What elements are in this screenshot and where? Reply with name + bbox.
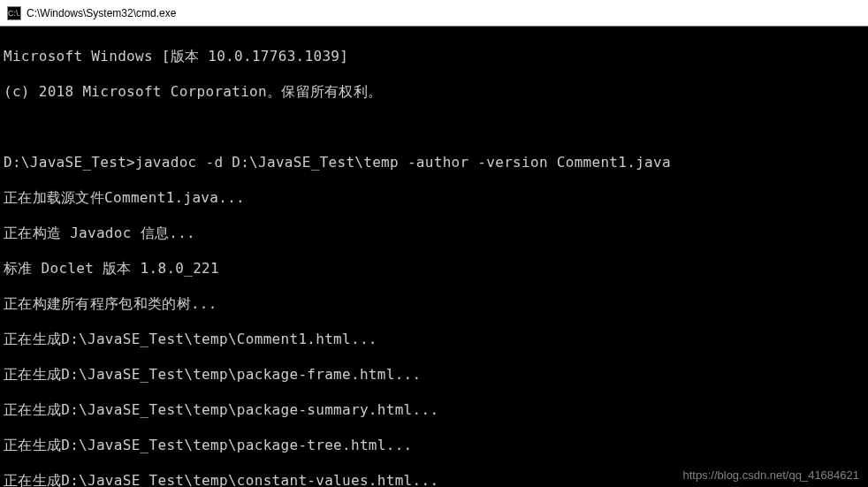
- terminal-line: D:\JavaSE_Test>javadoc -d D:\JavaSE_Test…: [4, 154, 864, 171]
- cmd-icon: C:\.: [7, 6, 21, 20]
- watermark: https://blog.csdn.net/qq_41684621: [683, 468, 860, 482]
- window-title: C:\Windows\System32\cmd.exe: [27, 7, 176, 19]
- terminal-line: [4, 118, 864, 136]
- terminal-output[interactable]: Microsoft Windows [版本 10.0.17763.1039] (…: [0, 27, 868, 487]
- terminal-line: 正在生成D:\JavaSE_Test\temp\package-summary.…: [4, 401, 864, 419]
- terminal-line: Microsoft Windows [版本 10.0.17763.1039]: [4, 48, 864, 65]
- terminal-line: 正在构造 Javadoc 信息...: [4, 224, 864, 242]
- terminal-line: 正在生成D:\JavaSE_Test\temp\package-tree.htm…: [4, 437, 864, 454]
- terminal-line: 标准 Doclet 版本 1.8.0_221: [4, 260, 864, 278]
- terminal-line: 正在生成D:\JavaSE_Test\temp\package-frame.ht…: [4, 366, 864, 384]
- window-title-bar[interactable]: C:\. C:\Windows\System32\cmd.exe: [0, 0, 868, 27]
- terminal-line: 正在构建所有程序包和类的树...: [4, 295, 864, 313]
- terminal-line: (c) 2018 Microsoft Corporation。保留所有权利。: [4, 83, 864, 101]
- terminal-line: 正在生成D:\JavaSE_Test\temp\Comment1.html...: [4, 331, 864, 348]
- terminal-line: 正在加载源文件Comment1.java...: [4, 189, 864, 207]
